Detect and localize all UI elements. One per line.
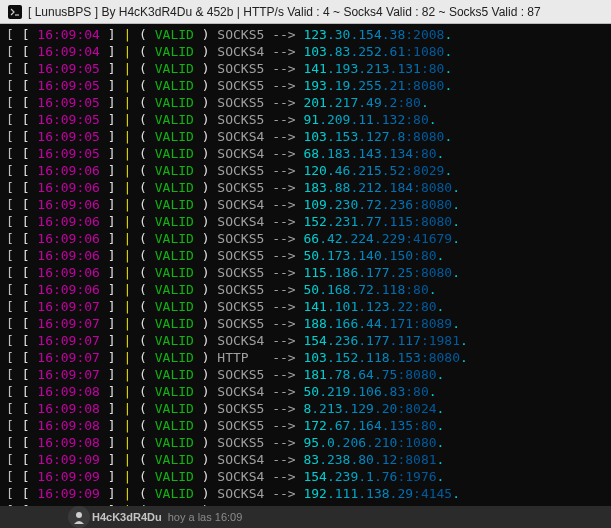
discord-footer: H4cK3dR4Du hoy a las 16:09 — [0, 506, 611, 528]
log-line: [ [ 16:09:06 ] | ( VALID ) SOCKS5 --> 12… — [6, 162, 605, 179]
log-line: [ [ 16:09:06 ] | ( VALID ) SOCKS5 --> 18… — [6, 179, 605, 196]
log-line: [ [ 16:09:09 ] | ( VALID ) SOCKS4 --> 19… — [6, 485, 605, 502]
log-line: [ [ 16:09:06 ] | ( VALID ) SOCKS5 --> 66… — [6, 230, 605, 247]
log-line: [ [ 16:09:07 ] | ( VALID ) SOCKS5 --> 14… — [6, 298, 605, 315]
log-line: [ [ 16:09:08 ] | ( VALID ) SOCKS5 --> 8.… — [6, 400, 605, 417]
window-title: [ LunusBPS ] By H4cK3dR4Du & 452b | HTTP… — [28, 5, 541, 19]
svg-point-2 — [76, 512, 82, 518]
terminal-window: [ LunusBPS ] By H4cK3dR4Du & 452b | HTTP… — [0, 0, 611, 528]
log-line: [ [ 16:09:07 ] | ( VALID ) SOCKS5 --> 18… — [6, 315, 605, 332]
log-line: [ [ 16:09:06 ] | ( VALID ) SOCKS4 --> 15… — [6, 213, 605, 230]
log-line: [ [ 16:09:08 ] | ( VALID ) SOCKS5 --> 17… — [6, 417, 605, 434]
log-line: [ [ 16:09:06 ] | ( VALID ) SOCKS5 --> 50… — [6, 281, 605, 298]
log-line: [ [ 16:09:05 ] | ( VALID ) SOCKS4 --> 68… — [6, 145, 605, 162]
log-line: [ [ 16:09:08 ] | ( VALID ) SOCKS4 --> 50… — [6, 383, 605, 400]
log-line: [ [ 16:09:07 ] | ( VALID ) SOCKS5 --> 18… — [6, 366, 605, 383]
log-line: [ [ 16:09:09 ] | ( VALID ) SOCKS4 --> 83… — [6, 451, 605, 468]
window-titlebar[interactable]: [ LunusBPS ] By H4cK3dR4Du & 452b | HTTP… — [0, 0, 611, 24]
log-line: [ [ 16:09:05 ] | ( VALID ) SOCKS5 --> 19… — [6, 77, 605, 94]
log-line: [ [ 16:09:06 ] | ( VALID ) SOCKS5 --> 11… — [6, 264, 605, 281]
svg-rect-0 — [8, 5, 22, 19]
avatar — [68, 506, 90, 528]
footer-username: H4cK3dR4Du — [92, 511, 162, 523]
log-line: [ [ 16:09:04 ] | ( VALID ) SOCKS4 --> 10… — [6, 43, 605, 60]
terminal-body[interactable]: [ [ 16:09:04 ] | ( VALID ) SOCKS5 --> 12… — [0, 24, 611, 512]
log-line: [ [ 16:09:08 ] | ( VALID ) SOCKS5 --> 95… — [6, 434, 605, 451]
footer-time: hoy a las 16:09 — [168, 511, 243, 523]
log-line: [ [ 16:09:09 ] | ( VALID ) SOCKS4 --> 15… — [6, 468, 605, 485]
log-line: [ [ 16:09:05 ] | ( VALID ) SOCKS5 --> 14… — [6, 60, 605, 77]
log-line: [ [ 16:09:05 ] | ( VALID ) SOCKS5 --> 20… — [6, 94, 605, 111]
app-icon — [8, 5, 22, 19]
log-line: [ [ 16:09:07 ] | ( VALID ) HTTP --> 103.… — [6, 349, 605, 366]
log-line: [ [ 16:09:06 ] | ( VALID ) SOCKS4 --> 10… — [6, 196, 605, 213]
log-line: [ [ 16:09:05 ] | ( VALID ) SOCKS5 --> 91… — [6, 111, 605, 128]
log-line: [ [ 16:09:05 ] | ( VALID ) SOCKS4 --> 10… — [6, 128, 605, 145]
log-line: [ [ 16:09:07 ] | ( VALID ) SOCKS4 --> 15… — [6, 332, 605, 349]
log-line: [ [ 16:09:06 ] | ( VALID ) SOCKS5 --> 50… — [6, 247, 605, 264]
log-line: [ [ 16:09:04 ] | ( VALID ) SOCKS5 --> 12… — [6, 26, 605, 43]
